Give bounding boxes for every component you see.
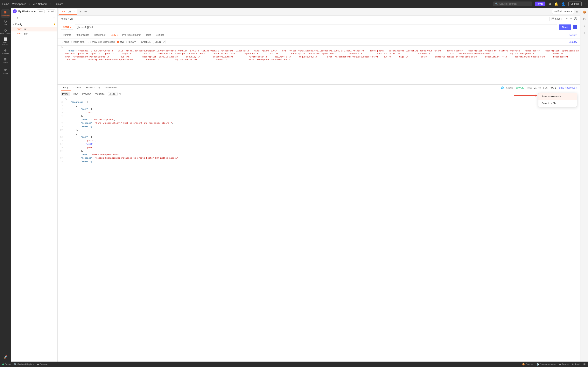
right-sidebar-cookies-icon[interactable]: 🍪 (581, 9, 587, 15)
layout-icon[interactable]: ⊞ (583, 363, 586, 366)
tab-pre-request[interactable]: Pre-request Script (120, 32, 144, 38)
beautify-button[interactable]: Beautify (569, 41, 577, 43)
sidebar-item-flows[interactable]: ⊡ Flows (1, 56, 10, 65)
comment-icon[interactable]: 💬 (574, 17, 577, 20)
runner-button[interactable]: ▶ Runner (559, 363, 569, 366)
right-sidebar-info-icon[interactable]: ℹ (583, 23, 586, 29)
resp-line-4: 4 "path": [ (58, 108, 580, 111)
send-dropdown-button[interactable]: ▾ (573, 25, 577, 29)
right-sidebar-magic-icon[interactable]: ✦ (582, 30, 587, 36)
body-format-select[interactable]: JSON (153, 40, 165, 44)
search-bar[interactable]: 🔍 Search Postman (493, 1, 532, 6)
layout-button[interactable]: ⊞ (575, 9, 579, 14)
collection-konfig[interactable]: ▾ Konfig ★ (11, 22, 57, 27)
option-urlencoded[interactable]: x-www-form-urlencoded (87, 41, 114, 43)
option-graphql[interactable]: GraphQL (138, 41, 150, 43)
console-button[interactable]: ▶ Console (37, 363, 47, 366)
response-format-label: JSON (109, 93, 115, 95)
sidebar-item-monitors[interactable]: ⊙ Monitors (1, 47, 10, 56)
save-to-file-option[interactable]: Save to a file (538, 100, 577, 107)
panel-more-icon[interactable]: ••• (52, 16, 55, 19)
option-raw[interactable]: raw (117, 41, 124, 43)
resp-tab-headers[interactable]: Headers (11) (84, 85, 102, 91)
req-line-num-1: 1 (58, 46, 65, 49)
fmt-tab-pretty[interactable]: Pretty (61, 92, 70, 96)
left-panel: M My Workspace New Import ＋ ≡ ••• ▾ Konf… (11, 8, 58, 362)
sidebar-item-mock-servers[interactable]: ⬜ Mock Servers (1, 36, 10, 47)
option-binary[interactable]: binary (126, 41, 136, 43)
save-as-example-option[interactable]: Save as example (538, 93, 577, 100)
right-sidebar-code-icon[interactable]: </> (581, 16, 587, 22)
breadcrumb-separator: / (68, 17, 69, 20)
breadcrumb-more-button[interactable]: ••• (566, 17, 568, 20)
new-button[interactable]: New (37, 9, 45, 13)
fmt-tab-preview[interactable]: Preview (81, 92, 92, 96)
resp-tab-test-results[interactable]: Test Results (102, 85, 119, 91)
save-response-label: Save Response (559, 86, 575, 89)
find-icon: 🔍 (14, 363, 17, 366)
rocket-icon-bottom[interactable]: 🚀 (1, 354, 10, 360)
online-status[interactable]: Online (2, 363, 11, 366)
response-format-select[interactable]: JSON ▾ (108, 92, 118, 96)
upgrade-chevron: ▾ (585, 3, 586, 5)
filter-icon-resp[interactable]: ⇅ (119, 92, 121, 96)
sidebar-item-apis[interactable]: ⬡ APIs (1, 18, 10, 27)
find-replace-button[interactable]: 🔍 Find and Replace (14, 363, 34, 366)
cookies-link[interactable]: Cookies (569, 34, 577, 36)
add-collection-icon[interactable]: ＋ (13, 16, 16, 20)
fmt-tab-raw[interactable]: Raw (71, 92, 79, 96)
capture-requests-button[interactable]: 📡 Capture requests (536, 363, 556, 366)
breadcrumb-parent[interactable]: Konfig (61, 17, 67, 20)
fmt-tab-visualize[interactable]: Visualize (94, 92, 106, 96)
option-form-data[interactable]: form-data (71, 41, 84, 43)
runner-label: Runner (562, 363, 569, 366)
api-network-chevron: ▾ (50, 3, 51, 5)
edit-icon[interactable]: ✏ (570, 17, 572, 20)
save-response-button[interactable]: Save Response ▾ (559, 86, 577, 89)
tab-more-button[interactable]: ••• (84, 9, 88, 14)
monitors-icon: ⊙ (4, 49, 7, 52)
settings-icon[interactable]: ⚙ (549, 2, 551, 6)
resp-line-1: 1 { (58, 97, 580, 100)
tab-lint[interactable]: POST Lint ✕ (59, 9, 78, 15)
url-input[interactable] (75, 24, 557, 30)
add-tab-button[interactable]: ＋ (78, 9, 83, 14)
invite-button[interactable]: Invite (535, 1, 545, 6)
api-network-link[interactable]: API Network (33, 2, 47, 5)
option-none[interactable]: none (61, 41, 69, 43)
import-button[interactable]: Import (46, 9, 55, 13)
home-link[interactable]: Home (2, 2, 9, 5)
tab-headers[interactable]: Headers (8) (92, 32, 108, 38)
tab-body[interactable]: Body (108, 32, 120, 38)
tab-close-icon[interactable]: ✕ (73, 10, 75, 13)
tab-tests[interactable]: Tests (144, 32, 154, 38)
save-button[interactable]: 💾 Save ▾ (549, 17, 564, 21)
send-button[interactable]: Send (559, 25, 571, 30)
collection-star[interactable]: ★ (53, 23, 55, 26)
tab-authorization[interactable]: Authorization (73, 32, 92, 38)
workspace-name: My Workspace (18, 10, 36, 13)
resp-tab-cookies[interactable]: Cookies (70, 85, 84, 91)
method-select[interactable]: POST ▾ (61, 25, 73, 30)
save-label: Save (555, 17, 560, 20)
sidebar-item-history[interactable]: ⟳ History (1, 67, 10, 75)
upgrade-button[interactable]: Upgrade (568, 1, 582, 6)
console-label: Console (40, 363, 47, 366)
filter-icon[interactable]: ≡ (17, 16, 18, 19)
sidebar-item-collections[interactable]: ⊞ Collections (1, 9, 10, 18)
avatar-icon[interactable]: 👤 (561, 2, 565, 6)
tree-item-lint[interactable]: POST Lint (11, 27, 57, 32)
response-format-chevron: ▾ (115, 93, 116, 95)
explore-link[interactable]: Explore (54, 2, 63, 5)
env-selector[interactable]: No Environment ▾ (552, 9, 574, 14)
tab-settings[interactable]: Settings (154, 32, 167, 38)
tab-params[interactable]: Params (61, 32, 73, 38)
response-body-editor: 1 { 2 "diagnosis": [ 3 { 4 "path": [ (58, 97, 580, 362)
workspaces-link[interactable]: Workspaces (12, 2, 26, 5)
sidebar-item-environments[interactable]: ◎ Environments (1, 27, 10, 36)
trash-button[interactable]: 🗑 Trash (572, 363, 580, 366)
cookies-status-button[interactable]: 🍪 Cookies (522, 363, 533, 366)
resp-tab-body[interactable]: Body (61, 85, 70, 91)
notifications-icon[interactable]: 🔔 (554, 2, 558, 6)
tree-item-push[interactable]: POST Push (11, 32, 57, 36)
